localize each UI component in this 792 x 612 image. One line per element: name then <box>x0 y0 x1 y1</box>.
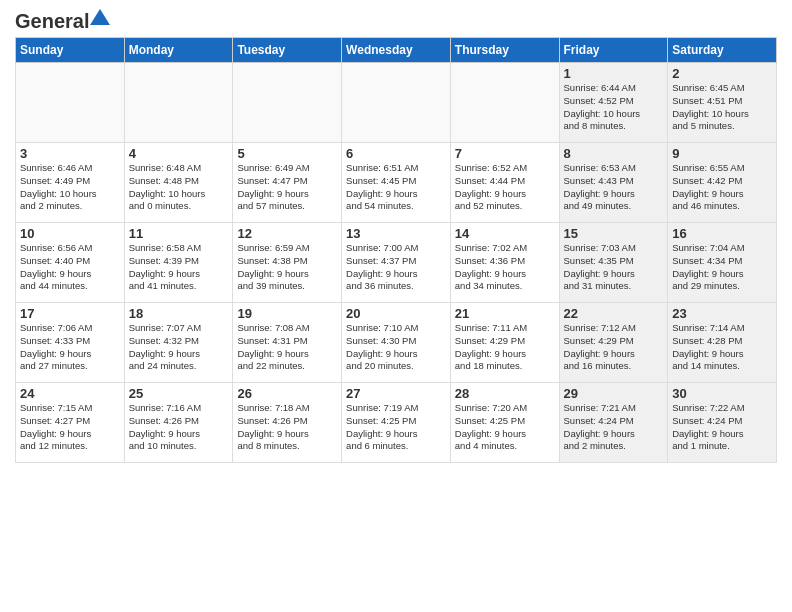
day-info: Sunrise: 6:44 AM Sunset: 4:52 PM Dayligh… <box>564 82 664 133</box>
calendar-cell: 5Sunrise: 6:49 AM Sunset: 4:47 PM Daylig… <box>233 143 342 223</box>
calendar-cell: 19Sunrise: 7:08 AM Sunset: 4:31 PM Dayli… <box>233 303 342 383</box>
col-header-wednesday: Wednesday <box>342 38 451 63</box>
calendar-header-row: SundayMondayTuesdayWednesdayThursdayFrid… <box>16 38 777 63</box>
calendar-cell: 15Sunrise: 7:03 AM Sunset: 4:35 PM Dayli… <box>559 223 668 303</box>
calendar-cell: 4Sunrise: 6:48 AM Sunset: 4:48 PM Daylig… <box>124 143 233 223</box>
day-number: 18 <box>129 306 229 321</box>
day-number: 7 <box>455 146 555 161</box>
day-info: Sunrise: 6:51 AM Sunset: 4:45 PM Dayligh… <box>346 162 446 213</box>
calendar-week-4: 17Sunrise: 7:06 AM Sunset: 4:33 PM Dayli… <box>16 303 777 383</box>
calendar-cell <box>450 63 559 143</box>
calendar-cell: 12Sunrise: 6:59 AM Sunset: 4:38 PM Dayli… <box>233 223 342 303</box>
day-number: 24 <box>20 386 120 401</box>
calendar-week-3: 10Sunrise: 6:56 AM Sunset: 4:40 PM Dayli… <box>16 223 777 303</box>
calendar-table: SundayMondayTuesdayWednesdayThursdayFrid… <box>15 37 777 463</box>
calendar-cell <box>124 63 233 143</box>
day-number: 27 <box>346 386 446 401</box>
day-info: Sunrise: 6:48 AM Sunset: 4:48 PM Dayligh… <box>129 162 229 213</box>
calendar-week-5: 24Sunrise: 7:15 AM Sunset: 4:27 PM Dayli… <box>16 383 777 463</box>
day-number: 23 <box>672 306 772 321</box>
col-header-thursday: Thursday <box>450 38 559 63</box>
day-number: 22 <box>564 306 664 321</box>
day-number: 1 <box>564 66 664 81</box>
calendar-cell: 13Sunrise: 7:00 AM Sunset: 4:37 PM Dayli… <box>342 223 451 303</box>
day-info: Sunrise: 7:06 AM Sunset: 4:33 PM Dayligh… <box>20 322 120 373</box>
calendar-cell <box>233 63 342 143</box>
calendar-cell: 30Sunrise: 7:22 AM Sunset: 4:24 PM Dayli… <box>668 383 777 463</box>
day-number: 29 <box>564 386 664 401</box>
day-number: 2 <box>672 66 772 81</box>
day-number: 16 <box>672 226 772 241</box>
calendar-cell: 28Sunrise: 7:20 AM Sunset: 4:25 PM Dayli… <box>450 383 559 463</box>
calendar-cell: 25Sunrise: 7:16 AM Sunset: 4:26 PM Dayli… <box>124 383 233 463</box>
day-number: 28 <box>455 386 555 401</box>
day-info: Sunrise: 7:19 AM Sunset: 4:25 PM Dayligh… <box>346 402 446 453</box>
day-info: Sunrise: 7:12 AM Sunset: 4:29 PM Dayligh… <box>564 322 664 373</box>
calendar-cell: 24Sunrise: 7:15 AM Sunset: 4:27 PM Dayli… <box>16 383 125 463</box>
calendar-week-1: 1Sunrise: 6:44 AM Sunset: 4:52 PM Daylig… <box>16 63 777 143</box>
calendar-cell: 7Sunrise: 6:52 AM Sunset: 4:44 PM Daylig… <box>450 143 559 223</box>
calendar-cell <box>16 63 125 143</box>
day-info: Sunrise: 6:58 AM Sunset: 4:39 PM Dayligh… <box>129 242 229 293</box>
calendar-week-2: 3Sunrise: 6:46 AM Sunset: 4:49 PM Daylig… <box>16 143 777 223</box>
day-number: 25 <box>129 386 229 401</box>
calendar-cell: 8Sunrise: 6:53 AM Sunset: 4:43 PM Daylig… <box>559 143 668 223</box>
calendar-cell: 17Sunrise: 7:06 AM Sunset: 4:33 PM Dayli… <box>16 303 125 383</box>
day-number: 4 <box>129 146 229 161</box>
col-header-friday: Friday <box>559 38 668 63</box>
day-info: Sunrise: 6:46 AM Sunset: 4:49 PM Dayligh… <box>20 162 120 213</box>
day-info: Sunrise: 7:10 AM Sunset: 4:30 PM Dayligh… <box>346 322 446 373</box>
day-info: Sunrise: 6:55 AM Sunset: 4:42 PM Dayligh… <box>672 162 772 213</box>
day-info: Sunrise: 7:07 AM Sunset: 4:32 PM Dayligh… <box>129 322 229 373</box>
calendar-cell: 23Sunrise: 7:14 AM Sunset: 4:28 PM Dayli… <box>668 303 777 383</box>
day-info: Sunrise: 7:11 AM Sunset: 4:29 PM Dayligh… <box>455 322 555 373</box>
day-info: Sunrise: 6:49 AM Sunset: 4:47 PM Dayligh… <box>237 162 337 213</box>
day-number: 26 <box>237 386 337 401</box>
day-number: 17 <box>20 306 120 321</box>
day-info: Sunrise: 7:04 AM Sunset: 4:34 PM Dayligh… <box>672 242 772 293</box>
calendar-cell: 26Sunrise: 7:18 AM Sunset: 4:26 PM Dayli… <box>233 383 342 463</box>
day-number: 10 <box>20 226 120 241</box>
day-number: 9 <box>672 146 772 161</box>
calendar-cell: 1Sunrise: 6:44 AM Sunset: 4:52 PM Daylig… <box>559 63 668 143</box>
day-info: Sunrise: 7:08 AM Sunset: 4:31 PM Dayligh… <box>237 322 337 373</box>
day-number: 13 <box>346 226 446 241</box>
day-number: 6 <box>346 146 446 161</box>
calendar-cell: 20Sunrise: 7:10 AM Sunset: 4:30 PM Dayli… <box>342 303 451 383</box>
calendar-cell <box>342 63 451 143</box>
day-info: Sunrise: 7:03 AM Sunset: 4:35 PM Dayligh… <box>564 242 664 293</box>
day-info: Sunrise: 7:20 AM Sunset: 4:25 PM Dayligh… <box>455 402 555 453</box>
day-info: Sunrise: 6:56 AM Sunset: 4:40 PM Dayligh… <box>20 242 120 293</box>
day-info: Sunrise: 7:15 AM Sunset: 4:27 PM Dayligh… <box>20 402 120 453</box>
calendar-cell: 2Sunrise: 6:45 AM Sunset: 4:51 PM Daylig… <box>668 63 777 143</box>
day-number: 14 <box>455 226 555 241</box>
day-number: 21 <box>455 306 555 321</box>
calendar-cell: 11Sunrise: 6:58 AM Sunset: 4:39 PM Dayli… <box>124 223 233 303</box>
day-info: Sunrise: 6:52 AM Sunset: 4:44 PM Dayligh… <box>455 162 555 213</box>
day-number: 20 <box>346 306 446 321</box>
day-number: 30 <box>672 386 772 401</box>
calendar-cell: 14Sunrise: 7:02 AM Sunset: 4:36 PM Dayli… <box>450 223 559 303</box>
page-container: General SundayMondayTuesdayWednesdayThur… <box>0 0 792 468</box>
header: General <box>15 10 777 29</box>
day-number: 3 <box>20 146 120 161</box>
logo-general-label: General <box>15 10 89 33</box>
day-number: 5 <box>237 146 337 161</box>
day-info: Sunrise: 7:00 AM Sunset: 4:37 PM Dayligh… <box>346 242 446 293</box>
logo: General <box>15 10 111 29</box>
day-info: Sunrise: 7:18 AM Sunset: 4:26 PM Dayligh… <box>237 402 337 453</box>
day-info: Sunrise: 7:16 AM Sunset: 4:26 PM Dayligh… <box>129 402 229 453</box>
day-number: 12 <box>237 226 337 241</box>
day-info: Sunrise: 7:02 AM Sunset: 4:36 PM Dayligh… <box>455 242 555 293</box>
day-info: Sunrise: 7:22 AM Sunset: 4:24 PM Dayligh… <box>672 402 772 453</box>
calendar-cell: 22Sunrise: 7:12 AM Sunset: 4:29 PM Dayli… <box>559 303 668 383</box>
day-info: Sunrise: 6:45 AM Sunset: 4:51 PM Dayligh… <box>672 82 772 133</box>
calendar-cell: 18Sunrise: 7:07 AM Sunset: 4:32 PM Dayli… <box>124 303 233 383</box>
calendar-cell: 21Sunrise: 7:11 AM Sunset: 4:29 PM Dayli… <box>450 303 559 383</box>
calendar-cell: 27Sunrise: 7:19 AM Sunset: 4:25 PM Dayli… <box>342 383 451 463</box>
day-info: Sunrise: 6:59 AM Sunset: 4:38 PM Dayligh… <box>237 242 337 293</box>
logo-triangle-icon <box>89 7 111 29</box>
day-number: 11 <box>129 226 229 241</box>
col-header-sunday: Sunday <box>16 38 125 63</box>
calendar-cell: 10Sunrise: 6:56 AM Sunset: 4:40 PM Dayli… <box>16 223 125 303</box>
